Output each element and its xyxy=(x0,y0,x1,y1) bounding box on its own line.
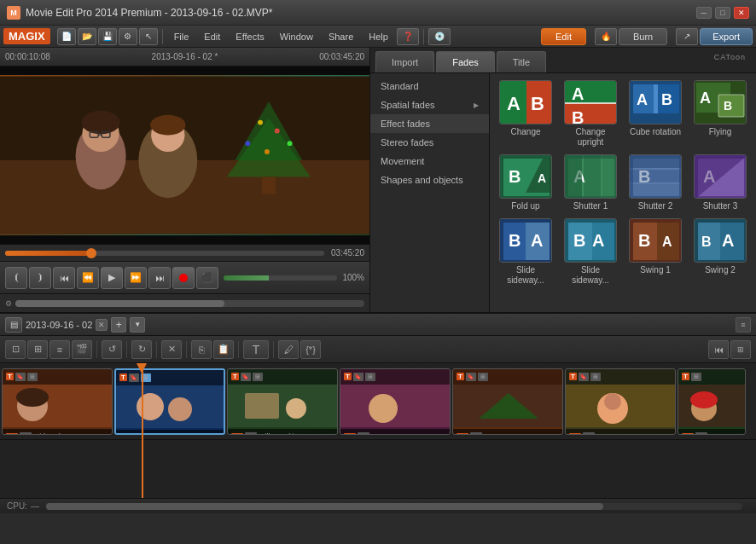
open-button[interactable]: 📂 xyxy=(78,28,96,45)
tab-edit[interactable]: Edit xyxy=(541,28,586,45)
menu-window[interactable]: Window xyxy=(273,30,320,43)
effect-shutter3[interactable]: A Shutter 3 xyxy=(691,154,749,211)
tl-paste-btn[interactable]: 📋 xyxy=(213,340,234,359)
timeline-dropdown-button[interactable]: ▼ xyxy=(130,317,145,333)
save-button[interactable]: 💾 xyxy=(98,28,117,45)
scroll-track[interactable] xyxy=(15,300,364,307)
svg-rect-87 xyxy=(245,393,279,419)
new-button[interactable]: 📄 xyxy=(57,28,76,45)
effect-cube-rotation[interactable]: A B Cube rotation xyxy=(626,80,684,148)
tl-redo-btn[interactable]: ↻ xyxy=(131,340,152,359)
timeline-add-button[interactable]: + xyxy=(111,317,126,333)
sidebar-item-spatial[interactable]: Spatial fades ▶ xyxy=(370,95,489,114)
effect-shutter1[interactable]: A Shutter 1 xyxy=(561,154,619,211)
cursor-button[interactable]: ↖ xyxy=(139,28,158,45)
tl-view-btn1[interactable]: ⊡ xyxy=(5,340,26,359)
clip-header-5: T 🔖 ⊞ xyxy=(453,369,562,385)
sidebar-item-shapes[interactable]: Shapes and objects xyxy=(370,171,489,189)
clip-girl-santa[interactable]: T 🔖 ⊞ AB Girl and Sant... xyxy=(2,368,113,435)
effect-flying[interactable]: A B Flying xyxy=(691,80,749,148)
settings-button[interactable]: ⚙ xyxy=(119,28,137,45)
tl-zoom-btn[interactable]: ⊞ xyxy=(730,340,751,359)
tab-burn[interactable]: Burn xyxy=(619,28,667,45)
step-forward-button[interactable]: ⏩ xyxy=(125,267,147,289)
tl-text-btn[interactable]: T xyxy=(243,340,269,359)
horizontal-scroll[interactable] xyxy=(46,503,742,510)
clip-icon-5b: ⊞ xyxy=(478,373,488,381)
export-button[interactable]: Export xyxy=(700,28,753,45)
tl-view-btn3[interactable]: ≡ xyxy=(49,340,70,359)
effect-label-slide2: Slide sideway... xyxy=(561,265,619,286)
disk-icon-button[interactable]: 💿 xyxy=(428,28,451,45)
effect-slide2[interactable]: A B Slide sideway... xyxy=(561,218,619,286)
play-button[interactable]: ▶ xyxy=(101,267,123,289)
svg-rect-48 xyxy=(584,155,601,199)
clip-open-presents-1[interactable]: T 🔖 ⊞ AB Open Presents... xyxy=(340,368,451,435)
tl-view-btn2[interactable]: ⊞ xyxy=(27,340,48,359)
sidebar-item-movement[interactable]: Movement xyxy=(370,152,489,171)
effect-thumb-slide1: B A xyxy=(499,218,552,263)
effect-swing1[interactable]: B A Swing 1 xyxy=(626,218,684,286)
tl-view-btn4[interactable]: 🎬 xyxy=(72,340,92,359)
sidebar-item-standard[interactable]: Standard xyxy=(370,77,489,95)
effect-thumb-change-upright: A B xyxy=(564,80,617,124)
effect-change-upright[interactable]: A B Change upright xyxy=(561,80,619,148)
effect-fold-up[interactable]: B A Fold up xyxy=(497,154,555,211)
clip-open-presents-2[interactable]: T 🔖 ⊞ AB Open Presents... xyxy=(452,368,563,435)
tab-fades[interactable]: Fades xyxy=(436,51,495,72)
burn-icon[interactable]: 🔥 xyxy=(595,28,617,45)
mark-out-button[interactable]: ⦘ xyxy=(29,267,51,289)
menu-effects[interactable]: Effects xyxy=(229,30,270,43)
clip-kids-pyjamas[interactable]: T 🔖 ⊞ AB Kids in Pyjam... xyxy=(114,368,225,435)
record-button[interactable] xyxy=(172,267,195,289)
tl-copy-btn[interactable]: ⎘ xyxy=(191,340,212,359)
timeline-end-button[interactable]: ≡ xyxy=(736,317,751,333)
clip-icon-3b: ⊞ xyxy=(253,373,263,381)
sidebar-item-stereo[interactable]: Stereo fades xyxy=(370,133,489,152)
prev-cut-button[interactable]: ⏮ xyxy=(53,267,75,289)
tl-undo-btn[interactable]: ↺ xyxy=(102,340,122,359)
export-icon[interactable]: ↗ xyxy=(676,28,698,45)
progress-bar-area[interactable]: 03:45:20 xyxy=(0,244,369,261)
sidebar-item-effect-fades[interactable]: Effect fades xyxy=(370,114,489,133)
menu-edit[interactable]: Edit xyxy=(197,30,227,43)
menu-sep-1 xyxy=(162,29,163,44)
progress-thumb[interactable] xyxy=(86,248,96,258)
tl-fx-btn[interactable]: {*} xyxy=(300,340,321,359)
close-button[interactable]: ✕ xyxy=(734,7,749,19)
effect-thumb-change: A B xyxy=(499,80,552,124)
stop-button[interactable]: ⬛ xyxy=(196,267,218,289)
video-panel: 00:00:10:08 2013-09-16 - 02 * 00:03:45:2… xyxy=(0,48,370,312)
clip-milk-cookies[interactable]: T 🔖 ⊞ AB Milk Cookies... xyxy=(227,368,338,435)
clip-film-7 xyxy=(695,432,707,435)
effect-thumb-shutter3: A xyxy=(694,154,747,199)
timeline-close-button[interactable]: ✕ xyxy=(96,319,108,331)
progress-track[interactable] xyxy=(5,251,324,256)
clip-film-5 xyxy=(470,432,482,435)
clip-open-presents-3[interactable]: T 🔖 ⊞ AB Open Presents... xyxy=(565,368,676,435)
tl-delete-btn[interactable]: ✕ xyxy=(161,340,182,359)
effect-shutter2[interactable]: B Shutter 2 xyxy=(626,154,684,211)
step-back-button[interactable]: ⏪ xyxy=(77,267,99,289)
tab-import[interactable]: Import xyxy=(375,51,434,72)
mark-in-button[interactable]: ⦗ xyxy=(5,267,27,289)
volume-slider[interactable] xyxy=(224,275,337,281)
menu-share[interactable]: Share xyxy=(322,30,360,43)
effect-slide1[interactable]: B A Slide sideway... xyxy=(497,218,555,286)
minimize-button[interactable]: ─ xyxy=(696,7,712,19)
clip-santa[interactable]: T ⊞ AB Santa... xyxy=(677,368,746,435)
effect-change[interactable]: A B Change xyxy=(497,80,555,148)
tab-title[interactable]: Title xyxy=(497,51,546,72)
svg-text:A: A xyxy=(722,231,734,250)
maximize-button[interactable]: □ xyxy=(715,7,730,19)
next-cut-button[interactable]: ⏭ xyxy=(148,267,171,289)
sidebar-label-standard: Standard xyxy=(381,81,419,91)
help-icon-button[interactable]: ❓ xyxy=(397,28,419,45)
menu-help[interactable]: Help xyxy=(362,30,395,43)
transport-controls: ⦗ ⦘ ⏮ ⏪ ▶ ⏩ ⏭ ⬛ 100% xyxy=(0,261,369,293)
menu-file[interactable]: File xyxy=(167,30,196,43)
effect-swing2[interactable]: A B Swing 2 xyxy=(691,218,749,286)
arrow-icon: ▶ xyxy=(474,101,479,109)
tl-start-btn[interactable]: ⏮ xyxy=(708,340,729,359)
tl-color-btn[interactable]: 🖊 xyxy=(278,340,299,359)
